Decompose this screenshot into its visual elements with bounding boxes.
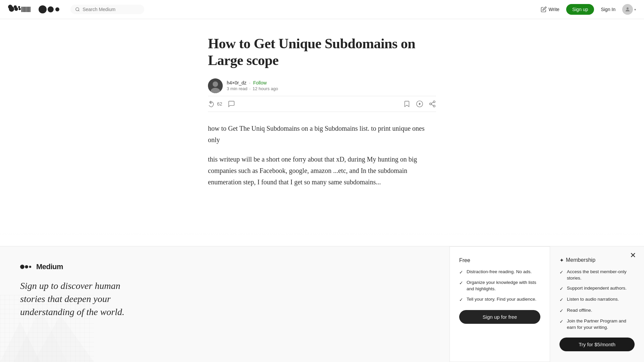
save-button[interactable] [403,100,411,108]
clap-button[interactable]: 62 [208,100,222,108]
signup-button[interactable]: Sign up [566,4,594,15]
svg-point-10 [9,6,14,12]
search-box[interactable] [70,5,144,14]
clap-icon [208,100,215,108]
author-avatar[interactable] [208,78,223,93]
svg-point-16 [76,8,79,11]
article-main: How to Get Unique Subdomains on Large sc… [200,19,444,188]
actions-row: 62 [208,96,436,112]
read-time: 3 min read [227,86,247,91]
author-row: h4×0r_dz · Follow 3 min read · 12 hours … [208,78,436,93]
search-input[interactable] [83,7,140,12]
author-meta: 3 min read · 12 hours ago [227,86,278,91]
author-name-row: h4×0r_dz · Follow [227,80,278,85]
svg-line-28 [431,102,433,104]
signin-link[interactable]: Sign In [601,7,615,12]
article-body: how to Get The Uniq Subdomains on a big … [208,123,436,188]
user-avatar[interactable] [622,4,633,15]
comment-icon [228,100,235,108]
save-icon [403,100,411,108]
svg-point-12 [19,8,21,10]
svg-point-11 [14,7,18,11]
svg-line-17 [78,10,79,11]
search-icon [75,7,80,12]
nav-right: Write Sign up Sign In ▾ [541,4,636,15]
comment-button[interactable] [228,100,235,108]
author-name[interactable]: h4×0r_dz [227,80,247,85]
listen-button[interactable] [416,100,423,108]
avatar-chevron-icon[interactable]: ▾ [634,8,636,11]
author-info: h4×0r_dz · Follow 3 min read · 12 hours … [227,80,278,91]
write-label: Write [549,7,559,12]
share-icon [429,100,436,108]
svg-point-20 [213,81,218,87]
write-icon [541,6,547,12]
play-icon [416,100,423,108]
svg-marker-23 [419,103,421,105]
svg-point-15 [55,7,59,11]
svg-point-13 [39,5,47,13]
share-button[interactable] [429,100,436,108]
article-title: How to Get Unique Subdomains on Large sc… [208,35,436,69]
medium-logo[interactable] [8,5,33,14]
svg-point-14 [48,6,54,12]
svg-point-24 [433,101,435,103]
article-paragraph-2: this writeup will be a short one forry a… [208,154,436,188]
write-button[interactable]: Write [541,6,559,12]
publish-time: 12 hours ago [253,86,278,91]
navbar: Write Sign up Sign In ▾ [0,0,644,19]
svg-point-26 [433,105,435,107]
follow-button[interactable]: Follow [253,80,267,85]
clap-count: 62 [217,101,222,107]
svg-line-27 [431,104,433,106]
article-paragraph-1: how to Get The Uniq Subdomains on a big … [208,123,436,145]
svg-point-25 [430,103,432,105]
svg-point-18 [627,7,629,9]
